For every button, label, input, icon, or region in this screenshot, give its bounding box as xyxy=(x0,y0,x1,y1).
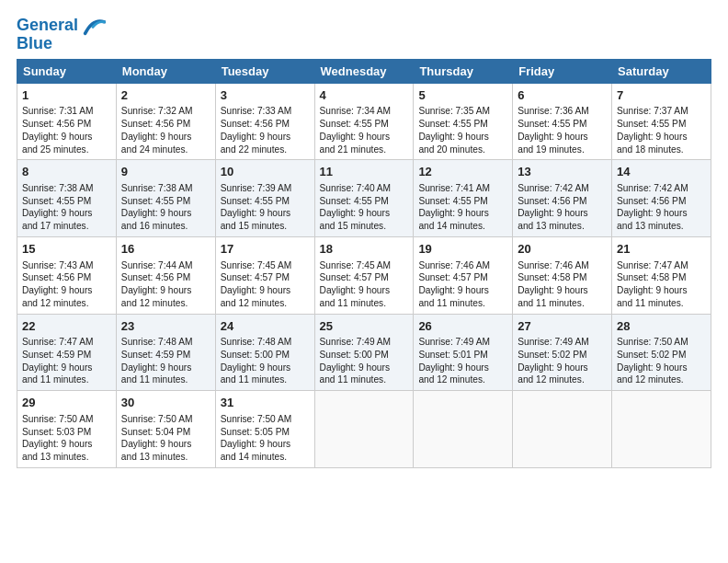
calendar-cell: 15Sunrise: 7:43 AM Sunset: 4:56 PM Dayli… xyxy=(17,237,117,315)
day-header-monday: Monday xyxy=(116,59,215,83)
day-number: 4 xyxy=(320,87,409,104)
week-row-1: 1Sunrise: 7:31 AM Sunset: 4:56 PM Daylig… xyxy=(17,83,711,160)
day-number: 18 xyxy=(320,241,409,258)
calendar-cell: 14Sunrise: 7:42 AM Sunset: 4:56 PM Dayli… xyxy=(612,160,711,237)
day-info: Sunrise: 7:31 AM Sunset: 4:56 PM Dayligh… xyxy=(22,105,111,155)
day-info: Sunrise: 7:45 AM Sunset: 4:57 PM Dayligh… xyxy=(221,259,310,310)
day-info: Sunrise: 7:40 AM Sunset: 4:55 PM Dayligh… xyxy=(320,182,409,233)
day-info: Sunrise: 7:46 AM Sunset: 4:57 PM Dayligh… xyxy=(418,259,507,310)
calendar-cell: 12Sunrise: 7:41 AM Sunset: 4:55 PM Dayli… xyxy=(414,160,513,237)
day-info: Sunrise: 7:46 AM Sunset: 4:58 PM Dayligh… xyxy=(518,259,607,310)
day-number: 21 xyxy=(617,241,706,258)
calendar-cell: 9Sunrise: 7:38 AM Sunset: 4:55 PM Daylig… xyxy=(116,160,215,237)
day-info: Sunrise: 7:38 AM Sunset: 4:55 PM Dayligh… xyxy=(22,182,111,233)
calendar-cell: 11Sunrise: 7:40 AM Sunset: 4:55 PM Dayli… xyxy=(314,160,414,237)
day-info: Sunrise: 7:50 AM Sunset: 5:03 PM Dayligh… xyxy=(22,413,111,464)
calendar-cell xyxy=(314,391,414,468)
calendar-cell: 27Sunrise: 7:49 AM Sunset: 5:02 PM Dayli… xyxy=(513,314,612,391)
day-info: Sunrise: 7:43 AM Sunset: 4:56 PM Dayligh… xyxy=(22,259,111,310)
calendar-cell: 26Sunrise: 7:49 AM Sunset: 5:01 PM Dayli… xyxy=(414,314,513,391)
day-info: Sunrise: 7:50 AM Sunset: 5:05 PM Dayligh… xyxy=(221,413,310,464)
calendar-cell: 10Sunrise: 7:39 AM Sunset: 4:55 PM Dayli… xyxy=(215,160,314,237)
calendar-cell: 23Sunrise: 7:48 AM Sunset: 4:59 PM Dayli… xyxy=(116,314,215,391)
day-info: Sunrise: 7:42 AM Sunset: 4:56 PM Dayligh… xyxy=(518,182,607,233)
calendar-cell: 7Sunrise: 7:37 AM Sunset: 4:55 PM Daylig… xyxy=(612,83,711,160)
day-info: Sunrise: 7:47 AM Sunset: 4:58 PM Dayligh… xyxy=(617,259,706,310)
calendar-cell: 22Sunrise: 7:47 AM Sunset: 4:59 PM Dayli… xyxy=(17,314,117,391)
logo: General Blue xyxy=(17,13,106,53)
day-number: 17 xyxy=(221,241,310,258)
day-header-friday: Friday xyxy=(513,59,612,83)
day-number: 19 xyxy=(418,241,507,258)
day-info: Sunrise: 7:49 AM Sunset: 5:02 PM Dayligh… xyxy=(518,336,607,386)
day-header-saturday: Saturday xyxy=(612,59,711,83)
logo-text: General xyxy=(17,17,78,35)
calendar-cell: 17Sunrise: 7:45 AM Sunset: 4:57 PM Dayli… xyxy=(215,237,314,315)
day-number: 13 xyxy=(518,164,607,180)
logo-icon xyxy=(80,13,106,39)
day-info: Sunrise: 7:50 AM Sunset: 5:02 PM Dayligh… xyxy=(617,336,706,386)
day-number: 29 xyxy=(22,395,111,411)
calendar-cell: 25Sunrise: 7:49 AM Sunset: 5:00 PM Dayli… xyxy=(314,314,414,391)
day-number: 10 xyxy=(221,164,310,180)
day-info: Sunrise: 7:49 AM Sunset: 5:00 PM Dayligh… xyxy=(320,336,409,386)
day-number: 31 xyxy=(221,395,310,411)
calendar-cell: 19Sunrise: 7:46 AM Sunset: 4:57 PM Dayli… xyxy=(414,237,513,315)
day-number: 30 xyxy=(121,395,210,411)
day-info: Sunrise: 7:41 AM Sunset: 4:55 PM Dayligh… xyxy=(418,182,507,233)
day-info: Sunrise: 7:48 AM Sunset: 5:00 PM Dayligh… xyxy=(221,336,310,386)
calendar-cell: 13Sunrise: 7:42 AM Sunset: 4:56 PM Dayli… xyxy=(513,160,612,237)
day-info: Sunrise: 7:39 AM Sunset: 4:55 PM Dayligh… xyxy=(221,182,310,233)
day-number: 27 xyxy=(518,318,607,335)
week-row-5: 29Sunrise: 7:50 AM Sunset: 5:03 PM Dayli… xyxy=(17,391,711,468)
calendar-cell: 3Sunrise: 7:33 AM Sunset: 4:56 PM Daylig… xyxy=(215,83,314,160)
day-info: Sunrise: 7:42 AM Sunset: 4:56 PM Dayligh… xyxy=(617,182,706,233)
day-number: 11 xyxy=(320,164,409,180)
calendar-cell xyxy=(414,391,513,468)
calendar-cell: 28Sunrise: 7:50 AM Sunset: 5:02 PM Dayli… xyxy=(612,314,711,391)
day-number: 25 xyxy=(320,318,409,335)
day-info: Sunrise: 7:35 AM Sunset: 4:55 PM Dayligh… xyxy=(418,105,507,155)
calendar-cell: 5Sunrise: 7:35 AM Sunset: 4:55 PM Daylig… xyxy=(414,83,513,160)
day-number: 8 xyxy=(22,164,111,180)
calendar-cell: 30Sunrise: 7:50 AM Sunset: 5:04 PM Dayli… xyxy=(116,391,215,468)
calendar-cell: 29Sunrise: 7:50 AM Sunset: 5:03 PM Dayli… xyxy=(17,391,117,468)
calendar-cell: 31Sunrise: 7:50 AM Sunset: 5:05 PM Dayli… xyxy=(215,391,314,468)
calendar-cell xyxy=(612,391,711,468)
day-info: Sunrise: 7:45 AM Sunset: 4:57 PM Dayligh… xyxy=(320,259,409,310)
day-info: Sunrise: 7:44 AM Sunset: 4:56 PM Dayligh… xyxy=(121,259,210,310)
calendar-cell: 6Sunrise: 7:36 AM Sunset: 4:55 PM Daylig… xyxy=(513,83,612,160)
calendar-cell xyxy=(513,391,612,468)
calendar-cell: 1Sunrise: 7:31 AM Sunset: 4:56 PM Daylig… xyxy=(17,83,117,160)
day-number: 26 xyxy=(418,318,507,335)
calendar-cell: 21Sunrise: 7:47 AM Sunset: 4:58 PM Dayli… xyxy=(612,237,711,315)
day-number: 20 xyxy=(518,241,607,258)
week-row-4: 22Sunrise: 7:47 AM Sunset: 4:59 PM Dayli… xyxy=(17,314,711,391)
calendar-cell: 24Sunrise: 7:48 AM Sunset: 5:00 PM Dayli… xyxy=(215,314,314,391)
calendar-body: 1Sunrise: 7:31 AM Sunset: 4:56 PM Daylig… xyxy=(17,83,711,467)
day-info: Sunrise: 7:37 AM Sunset: 4:55 PM Dayligh… xyxy=(617,105,706,155)
day-number: 15 xyxy=(22,241,111,258)
calendar-cell: 16Sunrise: 7:44 AM Sunset: 4:56 PM Dayli… xyxy=(116,237,215,315)
day-header-sunday: Sunday xyxy=(17,59,117,83)
day-number: 24 xyxy=(221,318,310,335)
calendar-header-row: SundayMondayTuesdayWednesdayThursdayFrid… xyxy=(17,59,711,83)
day-number: 2 xyxy=(121,87,210,104)
day-info: Sunrise: 7:34 AM Sunset: 4:55 PM Dayligh… xyxy=(320,105,409,155)
week-row-3: 15Sunrise: 7:43 AM Sunset: 4:56 PM Dayli… xyxy=(17,237,711,315)
day-number: 6 xyxy=(518,87,607,104)
day-info: Sunrise: 7:47 AM Sunset: 4:59 PM Dayligh… xyxy=(22,336,111,386)
day-info: Sunrise: 7:33 AM Sunset: 4:56 PM Dayligh… xyxy=(221,105,310,155)
day-info: Sunrise: 7:38 AM Sunset: 4:55 PM Dayligh… xyxy=(121,182,210,233)
calendar-table: SundayMondayTuesdayWednesdayThursdayFrid… xyxy=(17,59,711,468)
day-header-tuesday: Tuesday xyxy=(215,59,314,83)
day-info: Sunrise: 7:32 AM Sunset: 4:56 PM Dayligh… xyxy=(121,105,210,155)
day-number: 3 xyxy=(221,87,310,104)
day-number: 9 xyxy=(121,164,210,180)
header: General Blue xyxy=(17,9,711,53)
calendar-cell: 8Sunrise: 7:38 AM Sunset: 4:55 PM Daylig… xyxy=(17,160,117,237)
calendar-page: General Blue SundayMondayTuesdayWednesda… xyxy=(0,0,728,563)
day-number: 7 xyxy=(617,87,706,104)
calendar-cell: 4Sunrise: 7:34 AM Sunset: 4:55 PM Daylig… xyxy=(314,83,414,160)
day-number: 16 xyxy=(121,241,210,258)
